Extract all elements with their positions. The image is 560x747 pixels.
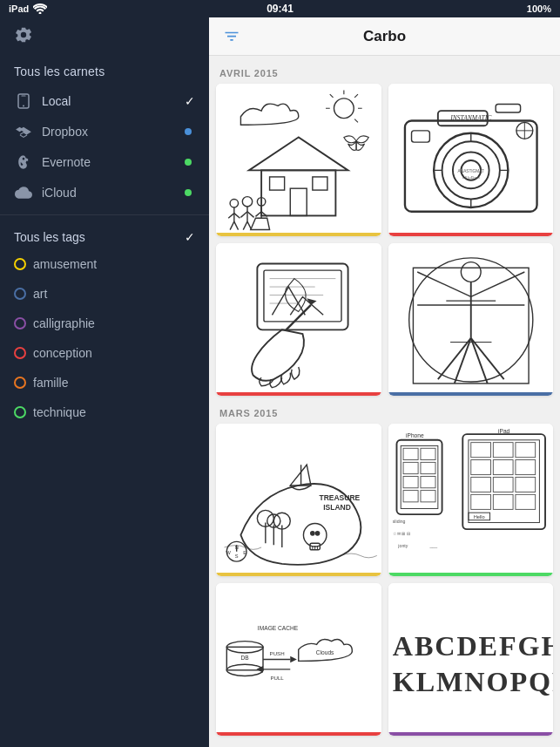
section-label-mars: MARS 2015 [216,403,553,424]
svg-rect-110 [493,460,513,475]
sidebar-tag-famille[interactable]: famille [0,368,209,397]
svg-rect-100 [420,476,435,487]
tags-all-checkmark: ✓ [185,230,195,244]
svg-line-66 [470,338,503,379]
svg-rect-113 [493,477,513,492]
svg-rect-114 [515,477,535,492]
card-house[interactable] [216,84,381,236]
treasure-map-color-bar [216,573,381,576]
alphabet-drawing: ABCDEFGH KLMNOPQR [388,583,554,736]
sidebar-item-local[interactable]: Local ✓ [0,85,209,117]
cloud-icon [14,187,33,199]
svg-marker-10 [249,137,348,170]
svg-text:iPad: iPad [498,428,510,434]
svg-line-17 [240,212,247,218]
card-vitruvian[interactable] [388,243,554,396]
vitruvian-card-color-bar [388,392,554,396]
svg-rect-105 [468,440,538,523]
local-checkmark: ✓ [185,94,195,108]
svg-rect-102 [420,491,435,502]
svg-text:ABCDEFGH: ABCDEFGH [392,630,553,662]
svg-rect-98 [420,462,435,473]
sidebar-tag-art[interactable]: art [0,279,209,309]
svg-line-18 [247,212,254,218]
svg-rect-109 [470,460,490,475]
sidebar-tag-amusement[interactable]: amusement [0,249,209,279]
house-drawing [216,84,381,236]
sidebar-item-icloud[interactable]: iCloud [0,178,209,207]
svg-point-60 [461,262,481,282]
alphabet-color-bar [388,732,554,736]
time-label: 09:41 [267,3,293,15]
tag-conception-label: conception [33,346,195,360]
svg-text:IMAGE CACHE: IMAGE CACHE [258,625,299,631]
notebooks-title: Tous les carnets [0,56,209,85]
svg-line-23 [228,214,234,219]
svg-rect-13 [270,177,285,190]
svg-line-67 [454,338,470,384]
gear-button[interactable] [14,25,33,48]
svg-line-64 [417,272,471,296]
content-area: Carbo AVRIL 2015 [209,17,560,747]
grid-row-3: TREASURE ISLAND N S W E [216,424,553,576]
card-database[interactable]: IMAGE CACHE DB PUSH P [216,583,381,736]
svg-text:E: E [243,550,246,555]
content-header: Carbo [209,17,560,56]
svg-rect-107 [493,443,513,458]
sidebar: Tous les carnets Local ✓ Dropbox [0,17,209,747]
sidebar-tags-all[interactable]: Tous les tags ✓ [0,222,209,249]
svg-rect-106 [470,443,490,458]
card-alphabet[interactable]: ABCDEFGH KLMNOPQR [388,583,554,736]
tag-technique-label: technique [33,405,195,419]
svg-line-25 [230,221,234,229]
tags-all-label: Tous les tags [14,230,185,244]
tablet-drawing [216,243,381,396]
svg-text:W: W [226,550,232,555]
sidebar-item-dropbox[interactable]: Dropbox [0,117,209,146]
svg-line-30 [255,212,261,217]
filter-button[interactable] [223,27,240,46]
svg-rect-94 [401,445,438,508]
svg-line-24 [234,214,240,219]
svg-text:PULL: PULL [270,675,284,681]
content-title: Carbo [363,28,406,45]
svg-line-7 [354,119,358,123]
svg-point-80 [310,531,315,536]
tag-dot-technique [14,406,26,418]
grid-section: AVRIL 2015 [209,56,560,736]
svg-rect-43 [496,105,520,112]
svg-line-8 [330,94,334,98]
sidebar-tag-conception[interactable]: conception [0,338,209,368]
svg-text:jonty: jonty [397,543,408,548]
svg-rect-115 [470,494,490,509]
svg-text:Clouds: Clouds [316,649,334,655]
tag-art-label: art [33,287,195,301]
svg-rect-116 [493,494,513,509]
svg-text:sliding: sliding [392,519,405,524]
svg-rect-111 [515,460,535,475]
wireframe-color-bar [388,573,554,576]
card-wireframe[interactable]: iPhone [388,424,554,576]
tag-dot-famille [14,377,26,389]
tablet-card-color-bar [216,392,381,396]
sidebar-tag-technique[interactable]: technique [0,397,209,427]
svg-line-68 [470,338,487,384]
sidebar-item-evernote[interactable]: Evernote [0,146,209,178]
card-camera[interactable]: INSTANMATIC ANASTIGMAT 1:8 f=45mm [388,84,554,236]
card-treasure-map[interactable]: TREASURE ISLAND N S W E [216,424,381,576]
svg-rect-108 [515,443,535,458]
phone-icon [14,93,33,109]
svg-line-19 [243,221,247,229]
sidebar-tag-calligraphie[interactable]: calligraphie [0,309,209,338]
svg-rect-12 [290,188,307,215]
svg-text:ISLAND: ISLAND [323,503,351,512]
svg-rect-95 [403,448,418,459]
svg-rect-112 [470,477,490,492]
card-tablet[interactable] [216,243,381,396]
svg-rect-96 [420,448,435,459]
database-color-bar [216,732,381,736]
dropbox-dot [185,128,192,135]
svg-rect-42 [411,131,429,142]
wifi-icon [33,3,47,14]
status-bar: iPad 09:41 100% [0,0,560,17]
